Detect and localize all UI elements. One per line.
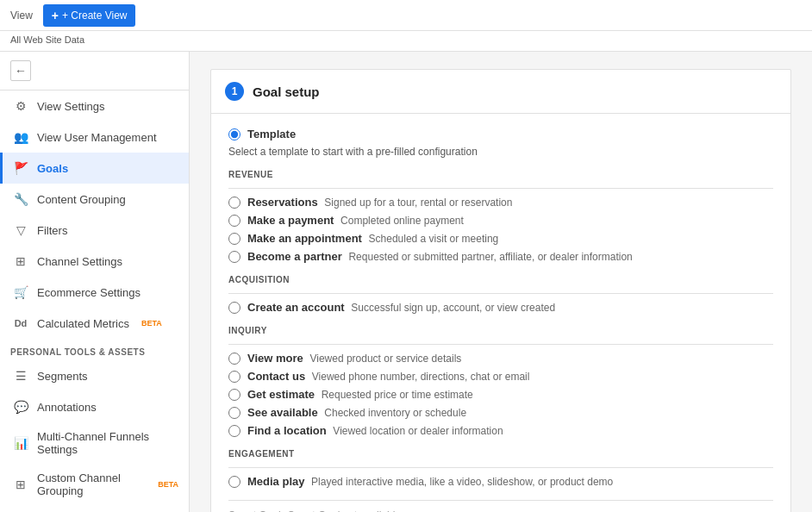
media-play-label: Media play Played interactive media, lik… — [247, 475, 613, 488]
find-location-label-text: Find a location — [247, 424, 327, 437]
engagement-divider — [228, 467, 773, 468]
view-label: View — [10, 9, 33, 22]
contact-us-label-text: Contact us — [247, 370, 305, 383]
template-label[interactable]: Template — [247, 128, 296, 140]
sidebar-item-filters[interactable]: ▽ Filters — [0, 215, 189, 246]
find-location-radio[interactable] — [228, 425, 240, 437]
sidebar-item-goals[interactable]: 🚩 Goals — [0, 153, 189, 184]
metrics-icon: Dd — [13, 315, 28, 331]
sidebar-item-label: Channel Settings — [37, 255, 122, 268]
view-more-radio[interactable] — [228, 353, 240, 365]
sidebar-item-view-user-management[interactable]: 👥 View User Management — [0, 122, 189, 153]
sidebar-item-segments[interactable]: ☰ Segments — [0, 360, 189, 391]
contact-us-radio[interactable] — [228, 371, 240, 383]
make-appointment-option[interactable]: Make an appointment Scheduled a visit or… — [228, 232, 773, 245]
become-partner-desc: Requested or submitted partner, affiliat… — [348, 251, 632, 263]
get-estimate-option[interactable]: Get estimate Requested price or time est… — [228, 388, 773, 401]
create-account-radio[interactable] — [228, 302, 240, 314]
inquiry-category: INQUIRY — [228, 326, 773, 335]
sidebar-item-label: Annotations — [37, 401, 97, 414]
step-1-circle: 1 — [225, 82, 244, 101]
inquiry-divider — [228, 344, 773, 345]
goal-setup-body: Template Select a template to start with… — [211, 114, 790, 512]
sidebar-item-channel-settings[interactable]: ⊞ Channel Settings — [0, 246, 189, 277]
sidebar-item-calculated-metrics[interactable]: Dd Calculated Metrics BETA — [0, 308, 189, 339]
get-estimate-desc: Requested price or time estimate — [322, 389, 473, 401]
acquisition-divider — [228, 293, 773, 294]
sidebar-item-label: View Settings — [37, 100, 105, 113]
reservations-radio[interactable] — [228, 197, 240, 209]
template-option[interactable]: Template — [228, 128, 773, 140]
sidebar-item-label: Custom Channel Grouping — [37, 471, 146, 497]
get-estimate-radio[interactable] — [228, 389, 240, 401]
template-subtitle: Select a template to start with a pre-fi… — [228, 146, 773, 158]
see-available-option[interactable]: See available Checked inventory or sched… — [228, 406, 773, 419]
revenue-category: REVENUE — [228, 170, 773, 179]
goal-setup-header: 1 Goal setup — [211, 70, 790, 114]
sidebar-item-label: View User Management — [37, 131, 157, 144]
become-partner-label: Become a partner Requested or submitted … — [247, 250, 633, 263]
goal-setup-title: Goal setup — [253, 84, 320, 99]
create-account-option[interactable]: Create an account Successful sign up, ac… — [228, 301, 773, 314]
revenue-divider — [228, 188, 773, 189]
see-available-label-text: See available — [247, 406, 318, 419]
see-available-radio[interactable] — [228, 407, 240, 419]
template-radio[interactable] — [228, 128, 240, 140]
view-more-option[interactable]: View more Viewed product or service deta… — [228, 352, 773, 365]
sidebar-item-label: Multi-Channel Funnels Settings — [37, 430, 178, 456]
get-estimate-label-text: Get estimate — [247, 388, 315, 401]
find-location-option[interactable]: Find a location Viewed location or deale… — [228, 424, 773, 437]
make-payment-label: Make a payment Completed online payment — [247, 214, 464, 227]
sidebar-item-label: Calculated Metrics — [37, 317, 129, 330]
media-play-radio[interactable] — [228, 476, 240, 488]
plus-icon: + — [52, 9, 59, 22]
make-appointment-label: Make an appointment Scheduled a visit or… — [247, 232, 498, 245]
view-more-label-text: View more — [247, 352, 303, 365]
reservations-desc: Signed up for a tour, rental or reservat… — [324, 197, 512, 209]
sidebar-item-label: Ecommerce Settings — [37, 286, 141, 299]
become-partner-label-text: Become a partner — [247, 250, 342, 263]
view-more-label: View more Viewed product or service deta… — [247, 352, 461, 365]
make-payment-label-text: Make a payment — [247, 214, 334, 227]
contact-us-desc: Viewed phone number, directions, chat or… — [312, 371, 530, 383]
create-view-button[interactable]: + + Create View — [43, 4, 136, 27]
beta-badge: BETA — [141, 319, 162, 328]
cart-icon: 🛒 — [13, 284, 28, 300]
make-payment-option[interactable]: Make a payment Completed online payment — [228, 214, 773, 227]
sidebar-item-custom-channel-grouping[interactable]: ⊞ Custom Channel Grouping BETA — [0, 464, 189, 505]
sidebar-item-multi-channel[interactable]: 📊 Multi-Channel Funnels Settings — [0, 422, 189, 464]
make-appointment-radio[interactable] — [228, 233, 240, 245]
acquisition-category: ACQUISITION — [228, 275, 773, 284]
get-estimate-label: Get estimate Requested price or time est… — [247, 388, 473, 401]
grid-icon: ⊞ — [13, 253, 28, 269]
users-icon: 👥 — [13, 129, 28, 145]
reservations-option[interactable]: Reservations Signed up for a tour, renta… — [228, 196, 773, 209]
media-play-desc: Played interactive media, like a video, … — [311, 476, 613, 488]
media-play-option[interactable]: Media play Played interactive media, lik… — [228, 475, 773, 488]
reservations-label: Reservations Signed up for a tour, renta… — [247, 196, 512, 209]
subbar: All Web Site Data — [0, 31, 812, 52]
back-button[interactable]: ← — [0, 52, 189, 91]
wrench-icon: 🔧 — [13, 191, 28, 207]
become-partner-radio[interactable] — [228, 251, 240, 263]
flag-icon: 🚩 — [13, 160, 28, 176]
sidebar-item-annotations[interactable]: 💬 Annotations — [0, 391, 189, 422]
create-account-label-text: Create an account — [247, 301, 345, 314]
sidebar-item-custom-alerts[interactable]: 🔔 Custom Alerts — [0, 505, 189, 512]
contact-us-option[interactable]: Contact us Viewed phone number, directio… — [228, 370, 773, 383]
multi-channel-icon: 📊 — [13, 435, 28, 451]
become-partner-option[interactable]: Become a partner Requested or submitted … — [228, 250, 773, 263]
make-payment-radio[interactable] — [228, 215, 240, 227]
personal-tools-section: PERSONAL TOOLS & ASSETS — [0, 339, 189, 360]
sidebar-item-label: Content Grouping — [37, 193, 126, 206]
create-account-desc: Successful sign up, account, or view cre… — [351, 302, 555, 314]
filter-icon: ▽ — [13, 222, 28, 238]
sidebar-item-label: Segments — [37, 370, 88, 383]
back-arrow-icon: ← — [10, 60, 31, 81]
sidebar-item-view-settings[interactable]: ⚙ View Settings — [0, 91, 189, 122]
sidebar-item-ecommerce-settings[interactable]: 🛒 Ecommerce Settings — [0, 277, 189, 308]
sidebar-item-content-grouping[interactable]: 🔧 Content Grouping — [0, 184, 189, 215]
create-account-label: Create an account Successful sign up, ac… — [247, 301, 555, 314]
content-area: 1 Goal setup Template Select a template … — [190, 52, 812, 512]
smart-goal-section: Smart Goal Smart Goal not available. Mea… — [228, 500, 773, 512]
